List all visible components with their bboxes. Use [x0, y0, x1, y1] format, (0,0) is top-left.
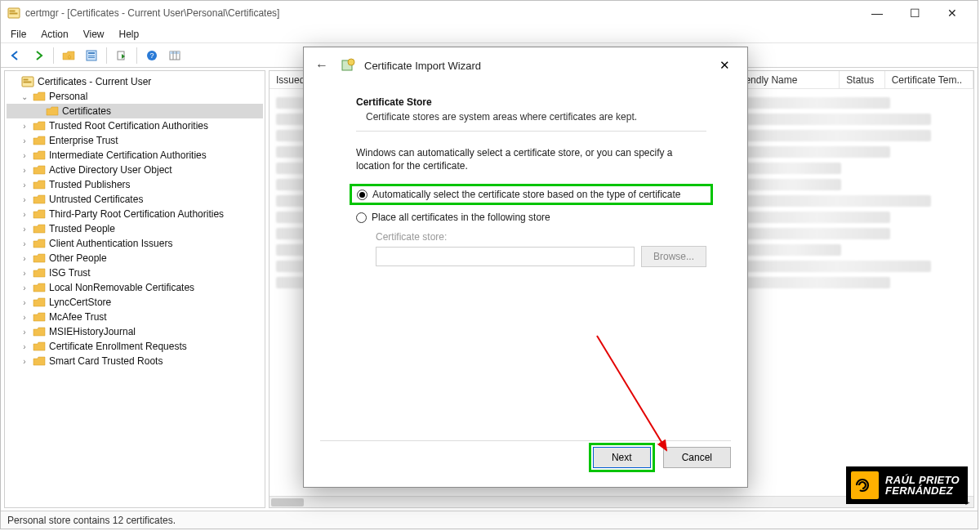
up-button[interactable] — [59, 46, 78, 65]
wizard-paragraph: Windows can automatically select a certi… — [356, 146, 706, 172]
tree-item-17[interactable]: ›Smart Card Trusted Roots — [7, 354, 263, 368]
certmgr-window: certmgr - [Certificates - Current User\P… — [0, 0, 978, 529]
help-button[interactable]: ? — [142, 46, 162, 65]
tree-item-1[interactable]: ›Trusted Root Certification Authorities — [7, 118, 263, 133]
wizard-heading: Certificate Store — [356, 96, 706, 108]
details-view-button[interactable] — [165, 46, 185, 65]
wizard-icon — [340, 57, 356, 74]
tree-item-7[interactable]: ›Third-Party Root Certification Authorit… — [7, 207, 263, 221]
radio-auto-select[interactable] — [357, 190, 368, 200]
scroll-thumb[interactable] — [271, 498, 304, 506]
tree-item-10[interactable]: ›Other People — [7, 251, 263, 266]
tree-item-14[interactable]: ›McAfee Trust — [7, 310, 263, 324]
menu-view[interactable]: View — [83, 29, 105, 40]
watermark-icon — [851, 471, 879, 499]
wizard-title: Certificate Import Wizard — [364, 60, 481, 72]
svg-rect-11 — [170, 51, 180, 54]
tree-item-5[interactable]: ›Trusted Publishers — [7, 177, 263, 192]
cancel-button[interactable]: Cancel — [663, 447, 731, 468]
svg-rect-15 — [24, 79, 28, 80]
watermark-line1: RAÚL PRIETO — [885, 475, 960, 485]
column-header-2[interactable]: Status — [840, 71, 884, 88]
radio-auto-select-highlight: Automatically select the certificate sto… — [350, 184, 713, 205]
svg-text:?: ? — [149, 51, 154, 60]
watermark: RAÚL PRIETO FERNÁNDEZ — [846, 466, 968, 504]
minimize-button[interactable]: — — [858, 1, 896, 25]
column-header-3[interactable]: Certificate Tem.. — [885, 71, 973, 88]
tree-item-0-0[interactable]: Certificates — [7, 104, 263, 118]
tree-item-16[interactable]: ›Certificate Enrollment Requests — [7, 339, 263, 354]
tree-root[interactable]: Certificates - Current User — [7, 74, 263, 89]
menu-action[interactable]: Action — [41, 29, 68, 40]
forward-button[interactable] — [29, 46, 48, 65]
tree-item-15[interactable]: ›MSIEHistoryJournal — [7, 324, 263, 339]
svg-rect-4 — [88, 52, 95, 54]
tree-item-4[interactable]: ›Active Directory User Object — [7, 163, 263, 177]
tree-pane[interactable]: Certificates - Current User⌄PersonalCert… — [4, 70, 265, 508]
export-button[interactable] — [112, 46, 131, 65]
back-button[interactable] — [6, 46, 25, 65]
window-title: certmgr - [Certificates - Current User\P… — [25, 7, 858, 19]
next-button[interactable]: Next — [593, 447, 651, 468]
svg-rect-5 — [88, 56, 95, 56]
menu-bar: File Action View Help — [1, 25, 978, 43]
app-icon — [7, 7, 20, 20]
tree-item-11[interactable]: ›ISG Trust — [7, 266, 263, 280]
radio-manual-store-label[interactable]: Place all certificates in the following … — [372, 212, 550, 223]
wizard-close-button[interactable]: ✕ — [710, 53, 739, 78]
properties-button[interactable] — [82, 46, 101, 65]
tree-item-0[interactable]: ⌄Personal — [7, 89, 263, 104]
svg-rect-1 — [10, 11, 15, 11]
certificate-store-input — [376, 247, 635, 266]
certificate-store-label: Certificate store: — [376, 231, 706, 243]
tree-item-13[interactable]: ›LyncCertStore — [7, 295, 263, 310]
maximize-button[interactable]: ☐ — [896, 1, 933, 25]
svg-rect-6 — [88, 57, 95, 58]
svg-point-18 — [348, 59, 354, 65]
titlebar: certmgr - [Certificates - Current User\P… — [1, 1, 978, 25]
radio-auto-select-label[interactable]: Automatically select the certificate sto… — [372, 189, 681, 200]
back-arrow-icon[interactable]: ← — [312, 58, 332, 73]
wizard-subheading: Certificate stores are system areas wher… — [356, 111, 706, 123]
watermark-line2: FERNÁNDEZ — [885, 485, 960, 496]
svg-rect-16 — [24, 82, 31, 83]
status-text: Personal store contains 12 certificates. — [7, 515, 176, 526]
tree-item-2[interactable]: ›Enterprise Trust — [7, 133, 263, 148]
tree-item-9[interactable]: ›Client Authentication Issuers — [7, 236, 263, 251]
next-button-highlight: Next — [589, 443, 655, 472]
wizard-header: ← Certificate Import Wizard ✕ — [304, 47, 747, 83]
menu-help[interactable]: Help — [119, 29, 140, 40]
browse-button: Browse... — [641, 246, 706, 267]
tree-item-12[interactable]: ›Local NonRemovable Certificates — [7, 280, 263, 295]
close-button[interactable]: ✕ — [933, 1, 971, 25]
tree-item-3[interactable]: ›Intermediate Certification Authorities — [7, 148, 263, 163]
certificate-import-wizard: ← Certificate Import Wizard ✕ Certificat… — [303, 47, 748, 488]
radio-manual-store[interactable] — [356, 212, 367, 223]
status-bar: Personal store contains 12 certificates. — [1, 511, 978, 529]
svg-rect-2 — [10, 13, 17, 14]
menu-file[interactable]: File — [11, 29, 26, 40]
tree-item-6[interactable]: ›Untrusted Certificates — [7, 192, 263, 207]
tree-item-8[interactable]: ›Trusted People — [7, 221, 263, 236]
